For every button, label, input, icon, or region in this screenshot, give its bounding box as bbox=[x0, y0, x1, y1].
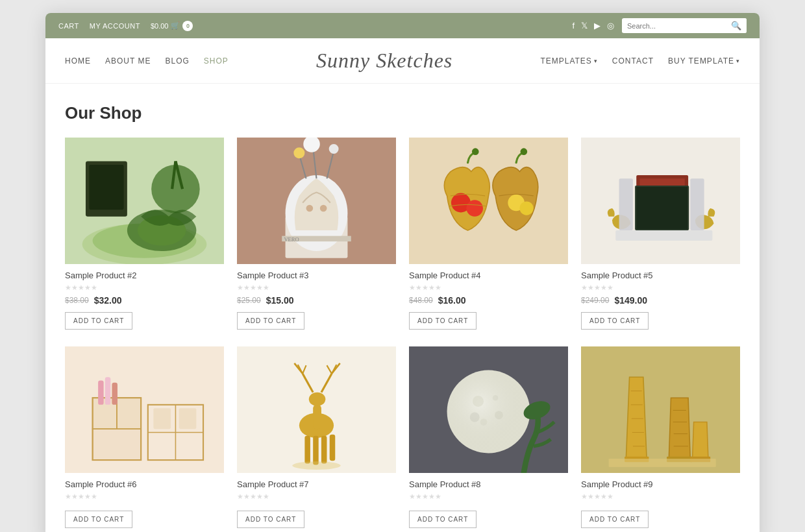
nav-blog[interactable]: BLOG bbox=[165, 56, 189, 66]
new-price-3: $16.00 bbox=[438, 295, 466, 306]
product-stars-8: ★★★★★ bbox=[581, 492, 740, 501]
svg-rect-77 bbox=[581, 346, 740, 473]
cart-price-wrap: $0.00 🛒 0 bbox=[151, 21, 193, 31]
nav-shop[interactable]: SHOP bbox=[204, 56, 229, 66]
svg-rect-64 bbox=[313, 435, 319, 465]
add-to-cart-8[interactable]: ADD TO CART bbox=[581, 511, 649, 528]
instagram-icon[interactable]: ◎ bbox=[607, 21, 614, 30]
product-stars-7: ★★★★★ bbox=[409, 492, 568, 501]
search-wrap: 🔍 bbox=[622, 18, 747, 33]
my-account-link[interactable]: MY ACCOUNT bbox=[90, 22, 140, 30]
product-name-2: Sample Product #3 bbox=[237, 271, 396, 280]
new-price-1: $32.00 bbox=[94, 295, 122, 306]
product-card-6: Sample Product #7 ★★★★★ ADD TO CART bbox=[237, 346, 396, 532]
nav-contact[interactable]: CONTACT bbox=[612, 56, 654, 66]
product-card-2: VERO Sample Product #3 ★★★★★ $25.00 $15.… bbox=[237, 138, 396, 333]
nav-about-me[interactable]: ABOUT ME bbox=[105, 56, 151, 66]
product-info-7: Sample Product #8 ★★★★★ ADD TO CART bbox=[409, 473, 568, 532]
add-to-cart-2[interactable]: ADD TO CART bbox=[237, 312, 304, 330]
svg-point-18 bbox=[293, 147, 304, 158]
product-name-8: Sample Product #9 bbox=[581, 479, 740, 489]
svg-rect-36 bbox=[619, 178, 633, 230]
old-price-2: $25.00 bbox=[237, 296, 261, 305]
nav-buy-template-label: BUY TEMPLATE bbox=[668, 56, 734, 66]
product-image-2[interactable]: VERO bbox=[237, 138, 396, 264]
svg-rect-50 bbox=[179, 408, 197, 429]
product-card-3: Sample Product #4 ★★★★★ $48.00 $16.00 AD… bbox=[409, 138, 568, 333]
product-image-3[interactable] bbox=[409, 138, 568, 264]
svg-point-70 bbox=[447, 370, 530, 453]
main-nav: HOME ABOUT ME BLOG SHOP Sunny Sketches T… bbox=[45, 38, 760, 84]
search-input[interactable] bbox=[622, 19, 726, 32]
twitter-icon[interactable]: 𝕏 bbox=[581, 21, 588, 30]
add-to-cart-5[interactable]: ADD TO CART bbox=[65, 511, 132, 528]
svg-point-67 bbox=[292, 461, 341, 470]
product-info-3: Sample Product #4 ★★★★★ $48.00 $16.00 AD… bbox=[409, 264, 568, 333]
product-price-3: $48.00 $16.00 bbox=[409, 295, 568, 306]
product-info-2: Sample Product #3 ★★★★★ $25.00 $15.00 AD… bbox=[237, 264, 396, 333]
cart-link[interactable]: CART bbox=[58, 22, 79, 30]
product-image-4[interactable] bbox=[581, 138, 740, 264]
product-name-7: Sample Product #8 bbox=[409, 479, 568, 489]
product-name-5: Sample Product #6 bbox=[65, 479, 224, 489]
product-image-8[interactable] bbox=[581, 346, 740, 473]
svg-rect-43 bbox=[98, 380, 104, 404]
products-grid: Sample Product #2 ★★★★★ $38.00 $32.00 AD… bbox=[65, 138, 740, 532]
product-image-5[interactable] bbox=[65, 346, 224, 473]
svg-point-73 bbox=[480, 418, 488, 426]
search-button[interactable]: 🔍 bbox=[726, 18, 747, 33]
svg-rect-41 bbox=[117, 398, 141, 429]
product-stars-2: ★★★★★ bbox=[237, 284, 396, 292]
nav-templates-label: TEMPLATES bbox=[540, 56, 591, 66]
svg-rect-63 bbox=[304, 435, 310, 463]
product-name-3: Sample Product #4 bbox=[409, 271, 568, 280]
svg-rect-45 bbox=[112, 382, 118, 404]
add-to-cart-1[interactable]: ADD TO CART bbox=[65, 312, 132, 330]
svg-point-74 bbox=[493, 395, 499, 401]
svg-point-75 bbox=[470, 412, 480, 422]
product-info-4: Sample Product #5 ★★★★★ $249.00 $149.00 … bbox=[581, 264, 740, 333]
svg-rect-53 bbox=[313, 405, 321, 429]
svg-rect-35 bbox=[636, 187, 687, 229]
svg-point-29 bbox=[519, 201, 533, 215]
facebook-icon[interactable]: f bbox=[572, 21, 575, 30]
add-to-cart-6[interactable]: ADD TO CART bbox=[237, 511, 304, 528]
add-to-cart-4[interactable]: ADD TO CART bbox=[581, 312, 649, 330]
svg-point-72 bbox=[495, 411, 503, 419]
nav-home[interactable]: HOME bbox=[65, 56, 91, 66]
svg-text:VERO: VERO bbox=[284, 236, 299, 243]
templates-chevron-icon: ▾ bbox=[594, 58, 598, 64]
nav-buy-template[interactable]: BUY TEMPLATE ▾ bbox=[668, 56, 740, 66]
product-stars-4: ★★★★★ bbox=[581, 284, 740, 292]
product-card-1: Sample Product #2 ★★★★★ $38.00 $32.00 AD… bbox=[65, 138, 224, 333]
old-price-4: $249.00 bbox=[581, 296, 609, 305]
browser-window: CART MY ACCOUNT $0.00 🛒 0 f 𝕏 ▶ ◎ 🔍 HOME bbox=[45, 13, 760, 532]
top-bar-right: f 𝕏 ▶ ◎ 🔍 bbox=[572, 18, 747, 33]
product-image-7[interactable] bbox=[409, 346, 568, 473]
top-bar-left: CART MY ACCOUNT $0.00 🛒 0 bbox=[58, 21, 193, 31]
product-stars-5: ★★★★★ bbox=[65, 492, 224, 501]
svg-point-24 bbox=[472, 148, 479, 155]
product-image-1[interactable] bbox=[65, 138, 224, 264]
nav-templates[interactable]: TEMPLATES ▾ bbox=[540, 56, 597, 66]
svg-rect-37 bbox=[690, 178, 704, 230]
svg-rect-65 bbox=[321, 435, 327, 463]
svg-rect-4 bbox=[89, 165, 123, 210]
product-card-8: Sample Product #9 ★★★★★ ADD TO CART bbox=[581, 346, 740, 532]
youtube-icon[interactable]: ▶ bbox=[594, 21, 601, 30]
svg-rect-44 bbox=[105, 377, 111, 405]
product-info-8: Sample Product #9 ★★★★★ ADD TO CART bbox=[581, 473, 740, 532]
top-bar: CART MY ACCOUNT $0.00 🛒 0 f 𝕏 ▶ ◎ 🔍 bbox=[45, 13, 760, 38]
cart-icon[interactable]: 🛒 bbox=[171, 21, 180, 30]
product-image-6[interactable] bbox=[237, 346, 396, 473]
add-to-cart-3[interactable]: ADD TO CART bbox=[409, 312, 477, 330]
product-price-4: $249.00 $149.00 bbox=[581, 295, 740, 306]
shop-content: Our Shop bbox=[45, 84, 760, 532]
site-logo[interactable]: Sunny Sketches bbox=[229, 49, 541, 73]
svg-rect-42 bbox=[93, 429, 142, 460]
add-to-cart-7[interactable]: ADD TO CART bbox=[409, 511, 477, 528]
cart-price: $0.00 bbox=[151, 22, 169, 30]
svg-rect-49 bbox=[153, 408, 171, 429]
product-card-4: Sample Product #5 ★★★★★ $249.00 $149.00 … bbox=[581, 138, 740, 333]
product-price-1: $38.00 $32.00 bbox=[65, 295, 224, 306]
